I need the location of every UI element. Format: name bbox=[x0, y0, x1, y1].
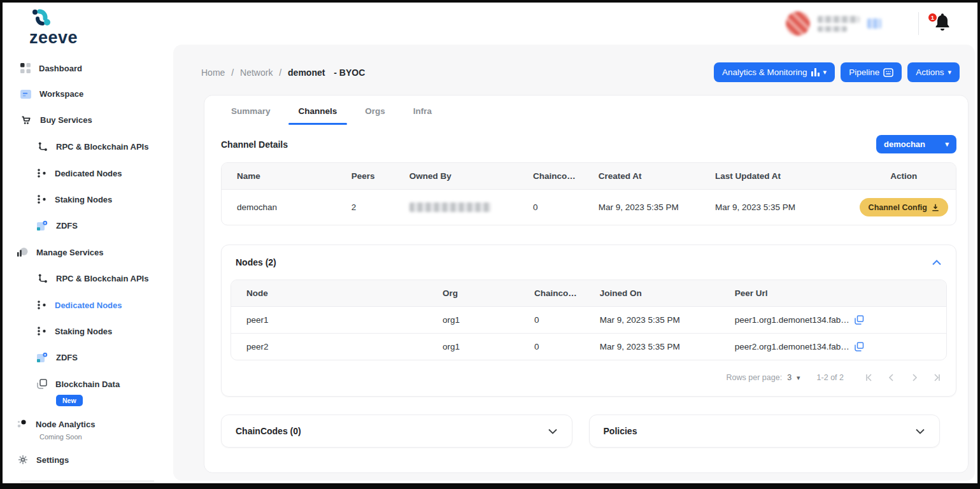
tab-orgs[interactable]: Orgs bbox=[365, 106, 385, 125]
dedicated-nodes-icon bbox=[37, 168, 46, 178]
nodes-panel-header[interactable]: Nodes (2) bbox=[222, 245, 956, 280]
col-peer-url: Peer Url bbox=[720, 280, 946, 307]
sidebar-item-buy-services[interactable]: Buy Services bbox=[20, 115, 172, 125]
sidebar-item-label: Dashboard bbox=[39, 64, 82, 73]
analytics-monitoring-button[interactable]: Analytics & Monitoring ▾ bbox=[714, 62, 835, 82]
breadcrumb-separator: / bbox=[279, 67, 281, 78]
sidebar-item-rpc-apis-manage[interactable]: RPC & Blockchain APIs bbox=[37, 273, 172, 284]
notifications-button[interactable]: 1 bbox=[933, 12, 955, 35]
channel-created-cell: Mar 9, 2023 5:35 PM bbox=[583, 190, 700, 225]
col-node: Node bbox=[231, 280, 427, 307]
nodes-pagination: Rows per page: 3 ▾ 1-2 of 2 bbox=[222, 373, 942, 382]
chevron-up-icon[interactable] bbox=[932, 260, 942, 266]
pipeline-label: Pipeline bbox=[849, 67, 879, 77]
nodes-table-header-row: Node Org Chainco… Joined On Peer Url bbox=[231, 280, 946, 307]
policies-panel-header[interactable]: Policies bbox=[590, 415, 940, 447]
pipeline-button[interactable]: Pipeline bbox=[841, 62, 902, 82]
copy-icon[interactable] bbox=[855, 342, 864, 351]
sidebar-item-label: Manage Services bbox=[36, 248, 104, 257]
pagination-last-button[interactable] bbox=[933, 373, 942, 382]
sidebar: zeeve Dashboard Workspace Buy Services bbox=[3, 3, 172, 483]
download-icon bbox=[932, 204, 939, 211]
channel-table-header-row: Name Peers Owned By Chainco… Created At … bbox=[222, 163, 956, 190]
workspace-icon bbox=[20, 90, 31, 99]
notification-count-badge: 1 bbox=[927, 12, 938, 23]
tab-channels[interactable]: Channels bbox=[299, 106, 337, 125]
rows-per-page-value[interactable]: 3 bbox=[787, 373, 792, 382]
policies-title: Policies bbox=[604, 426, 637, 436]
channel-table: Name Peers Owned By Chainco… Created At … bbox=[221, 162, 956, 225]
chevron-down-icon[interactable] bbox=[915, 429, 925, 434]
toolbar: Analytics & Monitoring ▾ Pipeline Acti bbox=[714, 62, 960, 82]
channel-chaincodes-cell: 0 bbox=[518, 190, 583, 225]
sidebar-item-rpc-apis[interactable]: RPC & Blockchain APIs bbox=[37, 141, 172, 152]
dedicated-nodes-icon bbox=[37, 300, 46, 310]
col-chaincodes: Chainco… bbox=[519, 280, 585, 307]
sidebar-item-label: Staking Nodes bbox=[55, 327, 112, 336]
pagination-next-button[interactable] bbox=[910, 373, 919, 382]
caret-down-icon: ▾ bbox=[823, 69, 827, 76]
pagination-prev-button[interactable] bbox=[887, 373, 896, 382]
brand-logo[interactable]: zeeve bbox=[29, 9, 172, 46]
blockchain-data-icon bbox=[37, 379, 47, 389]
sidebar-item-staking-nodes[interactable]: Staking Nodes bbox=[37, 194, 172, 204]
col-action: Action bbox=[844, 163, 956, 190]
chaincodes-panel-header[interactable]: ChainCodes (0) bbox=[222, 415, 572, 447]
channel-details-title: Channel Details bbox=[221, 139, 288, 150]
sidebar-item-label: Settings bbox=[36, 455, 69, 465]
buy-services-icon bbox=[20, 115, 32, 125]
user-name-redacted bbox=[818, 16, 860, 32]
chaincodes-panel: ChainCodes (0) bbox=[221, 415, 572, 448]
sidebar-item-staking-nodes-manage[interactable]: Staking Nodes bbox=[37, 326, 172, 336]
sidebar-item-label: Buy Services bbox=[40, 115, 92, 125]
col-created-at: Created At bbox=[583, 163, 700, 190]
node-peer-url-cell: peer1.org1.demonet134.fab… bbox=[720, 307, 946, 334]
copy-icon[interactable] bbox=[855, 315, 864, 325]
sidebar-item-dedicated-nodes-manage-active[interactable]: Dedicated Nodes bbox=[37, 300, 172, 310]
node-peer-url-cell: peer2.org1.demonet134.fab… bbox=[720, 334, 946, 360]
channel-peers-cell: 2 bbox=[336, 190, 394, 225]
breadcrumb-network-link[interactable]: Network bbox=[240, 67, 273, 78]
sidebar-item-node-analytics[interactable]: Node Analytics bbox=[17, 419, 172, 429]
sidebar-item-zdfs-manage[interactable]: ZDFS bbox=[37, 352, 172, 363]
node-chaincodes-cell: 0 bbox=[519, 307, 585, 334]
nodes-panel: Nodes (2) Node Org Chainco… bbox=[221, 244, 956, 397]
pagination-first-button[interactable] bbox=[864, 373, 873, 382]
sidebar-item-label: ZDFS bbox=[56, 353, 78, 362]
channel-name-cell: demochan bbox=[222, 190, 336, 225]
chevron-down-icon[interactable] bbox=[548, 429, 558, 434]
app-window: zeeve Dashboard Workspace Buy Services bbox=[0, 0, 980, 489]
nodes-table: Node Org Chainco… Joined On Peer Url pee… bbox=[231, 280, 947, 360]
sidebar-item-workspace[interactable]: Workspace bbox=[20, 89, 172, 99]
staking-nodes-icon bbox=[37, 326, 46, 336]
tab-summary[interactable]: Summary bbox=[231, 106, 271, 125]
coming-soon-note: Coming Soon bbox=[39, 433, 172, 441]
breadcrumb-suffix: - BYOC bbox=[334, 67, 365, 78]
col-chaincodes: Chainco… bbox=[518, 163, 583, 190]
breadcrumb-home-link[interactable]: Home bbox=[201, 67, 225, 78]
owner-redacted bbox=[409, 202, 491, 212]
sidebar-item-dedicated-nodes[interactable]: Dedicated Nodes bbox=[37, 168, 172, 178]
channel-row: demochan 2 0 Mar 9, 2023 5:35 PM Mar 9, … bbox=[222, 190, 956, 225]
actions-button[interactable]: Actions ▾ bbox=[907, 62, 960, 82]
sidebar-item-label: Dedicated Nodes bbox=[55, 169, 122, 178]
node-chaincodes-cell: 0 bbox=[519, 334, 585, 360]
sidebar-item-zdfs[interactable]: ZDFS bbox=[37, 220, 172, 231]
peer-url-text: peer2.org1.demonet134.fab… bbox=[735, 342, 849, 351]
channel-config-button[interactable]: Channel Config bbox=[860, 198, 948, 216]
sidebar-item-dashboard[interactable]: Dashboard bbox=[20, 63, 172, 73]
sidebar-item-blockchain-data[interactable]: Blockchain Data bbox=[37, 379, 172, 389]
user-avatar-redacted[interactable] bbox=[786, 11, 810, 36]
sidebar-item-manage-services[interactable]: Manage Services bbox=[17, 247, 172, 257]
sidebar-item-settings[interactable]: Settings bbox=[18, 455, 172, 465]
caret-down-icon[interactable]: ▾ bbox=[797, 374, 800, 381]
dashboard-icon bbox=[20, 63, 31, 73]
channel-select[interactable]: demochan ▾ bbox=[876, 135, 956, 153]
node-org-cell: org1 bbox=[427, 307, 519, 334]
channel-owner-cell bbox=[394, 190, 518, 225]
col-owned-by: Owned By bbox=[394, 163, 518, 190]
tab-infra[interactable]: Infra bbox=[413, 106, 432, 125]
channel-updated-cell: Mar 9, 2023 5:35 PM bbox=[700, 190, 844, 225]
main-content: Home / Network / demonet - BYOC Analytic… bbox=[173, 45, 975, 481]
pagination-range: 1-2 of 2 bbox=[817, 373, 844, 382]
